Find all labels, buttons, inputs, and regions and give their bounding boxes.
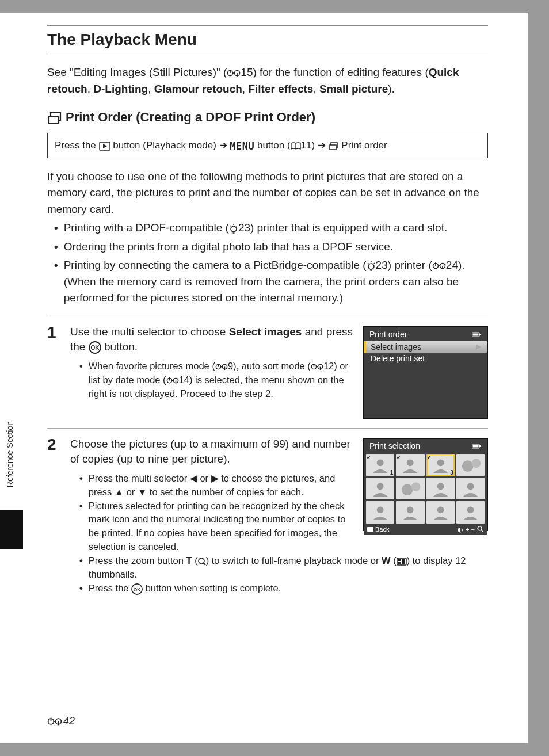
step-heading: Use the multi selector to choose Select … [70,324,353,355]
menu-row-selected: Select images▶ [364,341,487,353]
svg-point-38 [467,483,474,490]
ref-icon [311,363,323,371]
thumbnail [366,478,394,499]
svg-point-28 [462,460,474,472]
zoom-hints: ◐+ − [458,526,483,533]
thumbnail [456,501,485,523]
ref-icon [47,717,62,726]
svg-rect-51 [398,562,401,564]
sub-bullet: •Pictures selected for printing can be r… [70,499,353,555]
separator [47,428,488,429]
zoom-icon [477,526,483,533]
svg-point-22 [377,459,384,466]
zoom-in-icon [198,558,206,566]
svg-point-3 [231,226,237,232]
thumbnail [396,501,424,523]
screen-title: Print order [369,330,407,339]
ref-icon [215,363,228,371]
thumbnail: ✔ [396,454,424,476]
intro-paragraph: See "Editing Images (Still Pictures)" (1… [47,64,488,97]
svg-rect-52 [402,559,405,564]
thumbnail [426,478,455,499]
copies-count: 1 [390,469,394,476]
bullet-item: • Printing by connecting the camera to a… [47,257,488,307]
bulb-icon [367,261,376,271]
arrow-icon: ➔ [318,140,326,151]
svg-point-33 [402,484,413,495]
copies-count: 3 [450,469,453,476]
svg-point-26 [437,459,444,466]
bulb-icon [229,223,238,234]
check-icon: ✔ [396,455,401,460]
thumbnail [396,478,424,499]
side-tab-marker [0,510,23,549]
ref-icon [166,377,179,384]
bullet-item: • Printing with a DPOF-compatible (23) p… [47,220,488,236]
manual-page: The Playback Menu See "Editing Images (S… [0,13,528,743]
sub-bullet: •Press the multi selector ◀ or ▶ to choo… [70,472,353,499]
navigation-path: Press the button (Playback mode) ➔ MENU … [47,133,488,158]
svg-text:OK: OK [90,345,100,351]
step-number: 1 [47,324,62,419]
sub-bullet: •Press the OK button when setting is com… [70,582,488,595]
thumbnail [366,501,394,523]
ref-icon [432,262,446,270]
svg-rect-19 [479,445,481,447]
thumbnail [456,454,485,476]
svg-point-29 [471,459,481,468]
svg-point-31 [377,483,384,490]
svg-rect-17 [473,333,479,335]
svg-point-34 [411,482,421,491]
thumbnail-selected: ✔3 [426,454,455,476]
svg-point-47 [478,526,482,530]
title-rule [47,54,488,54]
step-2: 2 Choose the pictures (up to a maximum o… [47,437,488,595]
thumbnail [426,501,455,523]
screen-title: Print selection [369,441,420,450]
thumbnail [456,478,485,499]
sub-bullet: •Press the zoom button T () to switch to… [70,554,488,582]
chevron-right-icon: ▶ [476,343,481,350]
arrow-icon: ➔ [219,140,227,151]
svg-text:OK: OK [134,587,140,592]
svg-point-4 [368,264,374,269]
camera-screen-print-selection: Print selection ✔1 ✔ ✔3 Back [363,438,488,531]
svg-point-44 [437,507,444,514]
thumbnails-icon [396,558,407,566]
step-1: 1 Use the multi selector to choose Selec… [47,324,488,419]
menu-icon [367,527,373,532]
svg-rect-20 [473,445,479,447]
playback-icon [99,142,110,151]
svg-point-42 [407,507,414,514]
step-heading: Choose the pictures (up to a maximum of … [70,437,353,467]
menu-icon: MENU [230,140,254,152]
back-hint: Back [367,526,389,533]
ok-button-icon: OK [89,341,101,354]
thumbnail: ✔1 [366,454,394,476]
camera-screen-print-order: Print order Select images▶ Delete print … [363,326,488,419]
ok-button-icon: OK [131,583,143,595]
body-paragraph: If you choose to use one of the followin… [47,169,488,218]
menu-row: Delete print set [364,353,487,364]
page-number: 42 [47,715,75,727]
svg-rect-50 [398,559,401,561]
step-number: 2 [47,437,62,595]
svg-point-24 [407,459,414,466]
check-icon: ✔ [367,455,371,460]
dpof-icon [47,110,62,124]
selector-icon: ◐ [458,526,463,533]
side-tab-label: Reference Section [0,408,20,501]
book-icon [291,142,301,150]
dpof-icon [329,141,339,151]
svg-point-36 [437,483,444,490]
page-title: The Playback Menu [47,30,488,49]
battery-icon [472,330,481,339]
sub-bullet: • When favorite pictures mode (9), auto … [70,360,353,401]
ref-icon [227,69,241,77]
top-rule [47,25,488,26]
bullet-item: • Ordering the prints from a digital pho… [47,239,488,255]
section-heading: Print Order (Creating a DPOF Print Order… [47,110,488,125]
svg-rect-16 [479,334,481,335]
svg-point-46 [467,507,474,514]
svg-point-40 [377,507,384,514]
